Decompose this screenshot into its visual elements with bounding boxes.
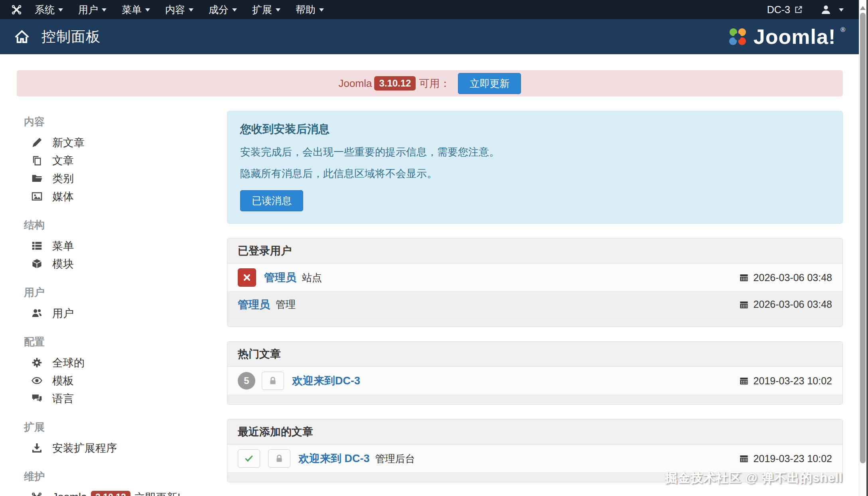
sidebar-item-label: 用户 <box>52 306 74 321</box>
login-date: 2026-03-06 03:48 <box>739 272 832 283</box>
main-column: 您收到安装后消息 安装完成后，会出现一些重要的提示信息，需要您注意。 隐藏所有消… <box>227 111 843 496</box>
update-alert: Joomla 3.10.12 可用： 立即更新 <box>17 70 843 96</box>
users-icon <box>31 308 42 319</box>
joomla-wordmark: Joomla! <box>754 26 836 48</box>
sidebar: 内容 新文章 文章 类别 媒体 结构 <box>17 111 227 496</box>
user-link[interactable]: 管理员 <box>238 297 270 312</box>
sidebar-item-templates[interactable]: 模板 <box>17 372 227 390</box>
lock-icon <box>268 376 278 386</box>
section-title: 扩展 <box>17 419 227 439</box>
joomla-admin-page: 系统 用户 菜单 内容 成分 扩展 帮助 DC-3 控制面板 Joomla! ® <box>0 0 859 496</box>
content-area: 内容 新文章 文章 类别 媒体 结构 <box>0 96 859 496</box>
login-scope: 站点 <box>302 271 322 284</box>
panel-title: 最近添加的文章 <box>227 419 842 445</box>
check-icon <box>244 454 254 463</box>
sidebar-item-menus[interactable]: 菜单 <box>17 237 227 255</box>
joomla-color-logo-icon <box>726 26 749 48</box>
scrollbar-thumb[interactable] <box>860 13 866 463</box>
menu-content-label: 内容 <box>165 3 185 16</box>
article-link[interactable]: 欢迎来到DC-3 <box>292 374 360 388</box>
menu-extensions[interactable]: 扩展 <box>247 0 285 19</box>
chevron-down-icon <box>839 8 844 14</box>
menu-extensions-label: 扩展 <box>252 3 272 16</box>
sidebar-item-media[interactable]: 媒体 <box>17 187 227 205</box>
sidebar-section-users: 用户 用户 <box>17 284 227 322</box>
postinstall-line2: 隐藏所有消息后，此信息区域将不会显示。 <box>240 167 830 180</box>
logout-user-button[interactable] <box>238 268 256 287</box>
menu-components-label: 成分 <box>209 3 229 16</box>
cube-icon <box>31 258 42 269</box>
sidebar-section-configuration: 配置 全球的 模板 语言 <box>17 333 227 407</box>
sidebar-item-label: Joomla <box>52 491 87 496</box>
sidebar-item-label: 安装扩展程序 <box>52 441 117 455</box>
sidebar-item-modules[interactable]: 模块 <box>17 255 227 273</box>
date-text: 2019-03-23 10:02 <box>754 453 832 465</box>
page-title: 控制面板 <box>41 27 101 47</box>
sidebar-item-label: 全球的 <box>52 356 85 370</box>
menu-components[interactable]: 成分 <box>204 0 242 19</box>
version-badge: 3.10.12 <box>91 491 130 496</box>
sidebar-item-joomla-update[interactable]: Joomla 3.10.12 立即更新! <box>17 488 227 496</box>
sidebar-item-label: 新文章 <box>52 136 85 150</box>
chevron-down-icon <box>232 8 237 14</box>
sidebar-item-categories[interactable]: 类别 <box>17 169 227 187</box>
table-row: 5 欢迎来到DC-3 2019-03-23 10:02 <box>227 367 842 395</box>
sidebar-item-install-extensions[interactable]: 安装扩展程序 <box>17 439 227 457</box>
article-link[interactable]: 欢迎来到 DC-3 <box>298 451 370 466</box>
menu-users-label: 用户 <box>78 3 98 16</box>
article-date: 2019-03-23 10:02 <box>739 375 832 387</box>
joomla-logo-icon <box>11 4 22 15</box>
checked-out-button[interactable] <box>268 449 290 468</box>
home-icon <box>14 28 30 45</box>
sidebar-section-extensions: 扩展 安装扩展程序 <box>17 419 227 457</box>
close-icon <box>243 273 251 282</box>
folder-icon <box>31 173 42 184</box>
chevron-down-icon <box>319 8 324 14</box>
sidebar-section-structure: 结构 菜单 模块 <box>17 217 227 273</box>
calendar-icon <box>739 454 749 463</box>
menubar-right: DC-3 <box>767 4 848 16</box>
table-row: 欢迎来到 DC-3 管理后台 2019-03-23 10:02 <box>227 445 842 472</box>
sidebar-item-language[interactable]: 语言 <box>17 390 227 407</box>
pencil-icon <box>31 137 42 148</box>
menu-users[interactable]: 用户 <box>73 0 111 19</box>
menu-help[interactable]: 帮助 <box>291 0 329 19</box>
sidebar-item-label: 文章 <box>52 154 74 168</box>
table-row: 管理员 站点 2026-03-06 03:48 <box>227 264 842 291</box>
menu-system[interactable]: 系统 <box>30 0 68 19</box>
checked-out-button[interactable] <box>262 372 284 390</box>
date-text: 2026-03-06 03:48 <box>754 272 832 283</box>
update-alert-text: 可用： <box>419 77 450 91</box>
admin-menubar: 系统 用户 菜单 内容 成分 扩展 帮助 DC-3 <box>0 0 859 19</box>
scrollbar[interactable] <box>859 0 868 496</box>
calendar-icon <box>739 300 749 309</box>
registered-mark: ® <box>840 26 845 33</box>
image-icon <box>31 191 42 202</box>
sidebar-item-label: 语言 <box>52 392 74 406</box>
chevron-down-icon <box>145 8 150 14</box>
article-suffix: 管理后台 <box>375 452 415 465</box>
read-messages-button[interactable]: 已读消息 <box>240 190 303 211</box>
panel-title: 已登录用户 <box>227 238 842 264</box>
page-header: 控制面板 Joomla! ® <box>0 19 859 54</box>
menu-system-label: 系统 <box>35 3 55 16</box>
user-menu[interactable] <box>821 4 844 15</box>
sidebar-item-new-article[interactable]: 新文章 <box>17 134 227 152</box>
joomla-brand: Joomla! ® <box>726 26 845 48</box>
section-title: 结构 <box>17 217 227 237</box>
view-site-link[interactable]: DC-3 <box>767 4 803 16</box>
sidebar-item-label: 媒体 <box>52 189 74 204</box>
update-now-button[interactable]: 立即更新 <box>458 73 521 94</box>
sidebar-item-articles[interactable]: 文章 <box>17 152 227 169</box>
sidebar-item-label: 立即更新! <box>134 490 181 496</box>
panel-footer-strip <box>227 317 842 327</box>
section-title: 维护 <box>17 468 227 488</box>
panel-title: 热门文章 <box>227 342 842 367</box>
user-link[interactable]: 管理员 <box>264 270 296 285</box>
sidebar-item-global[interactable]: 全球的 <box>17 354 227 372</box>
menu-content[interactable]: 内容 <box>160 0 198 19</box>
sidebar-item-users[interactable]: 用户 <box>17 304 227 322</box>
menu-menus[interactable]: 菜单 <box>117 0 155 19</box>
published-button[interactable] <box>238 449 260 468</box>
scroll-up-arrow-icon[interactable] <box>860 3 866 10</box>
